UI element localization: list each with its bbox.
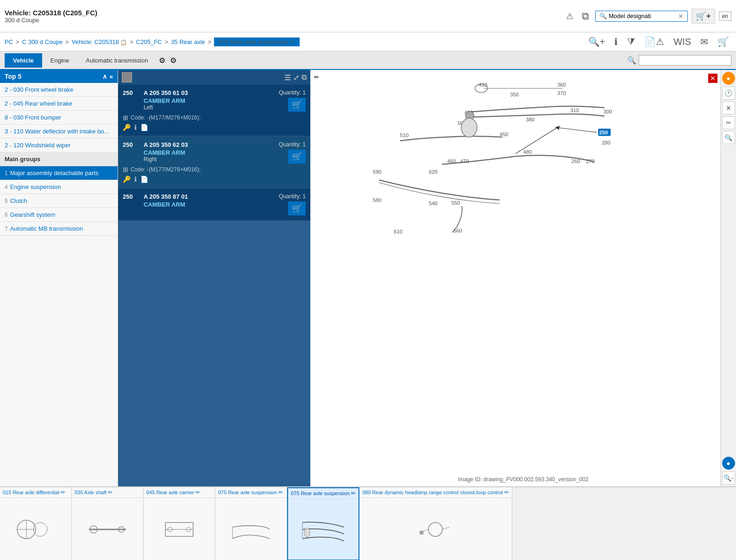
color-swatch xyxy=(122,72,132,82)
thumb-080[interactable]: 080 Rear dynamic headlamp range control … xyxy=(359,487,512,560)
blue-circle-btn[interactable]: ● xyxy=(722,457,735,470)
sidebar-group-4[interactable]: 4 Engine suspension xyxy=(0,180,118,194)
copy-icon[interactable]: ⧉ xyxy=(579,9,591,23)
orange-dot-btn[interactable]: ● xyxy=(722,72,735,85)
diagram-svg: 410 360 370 350 400 300 310 380 250 500 … xyxy=(310,70,720,269)
breadcrumb-model[interactable]: C 300 d Coupe xyxy=(22,38,63,45)
sidebar-item-2030[interactable]: 2 - 030 Front wheel brake xyxy=(0,83,118,97)
edit-icon[interactable]: ✏ xyxy=(108,489,113,496)
sidebar-item-2120[interactable]: 2 - 120 Windshield wiper xyxy=(0,138,118,152)
settings-icon[interactable]: ⚙ xyxy=(159,56,165,65)
info-circle-icon[interactable]: ℹ xyxy=(134,124,137,131)
sidebar-group-1[interactable]: 1 Major assembly detachable parts xyxy=(0,166,118,180)
sidebar-group-5[interactable]: 5 Clutch xyxy=(0,194,118,208)
breadcrumb-current-label: 075 Rear axle suspension xyxy=(219,38,288,45)
diagram-right-toolbar: ● 🕐 ✕ ✂ 🔍 ● 🔍- xyxy=(720,70,736,486)
sidebar-item-2045[interactable]: 2 - 045 Rear wheel brake xyxy=(0,97,118,111)
sidebar-item-3110[interactable]: 3 - 110 Water deflector with intake bo..… xyxy=(0,125,118,138)
svg-text:260: 260 xyxy=(572,158,580,164)
info-icon[interactable]: ℹ xyxy=(612,35,620,48)
add-to-cart-btn[interactable]: 🛒 xyxy=(288,150,306,164)
wis-icon[interactable]: WIS xyxy=(671,36,693,48)
search-clear-icon[interactable]: ✕ xyxy=(678,13,684,20)
tab-vehicle[interactable]: Vehicle xyxy=(5,53,42,68)
svg-text:480: 480 xyxy=(523,149,532,155)
edit-icon[interactable]: ✏ xyxy=(278,489,283,496)
nav-search-input[interactable] xyxy=(639,55,731,66)
svg-text:250: 250 xyxy=(599,130,608,135)
breadcrumb-current[interactable]: 075 Rear axle suspension ▼ xyxy=(214,38,299,46)
main-groups-header: Main groups xyxy=(0,152,118,166)
scissors-icon[interactable]: ✂ xyxy=(722,116,735,129)
thumb-045[interactable]: 045 Rear axle carrier ✏ xyxy=(144,487,215,560)
thumb-075a[interactable]: 075 Rear axle suspension ✏ xyxy=(215,487,287,560)
svg-point-29 xyxy=(461,118,477,137)
warning-icon[interactable]: ⚠ xyxy=(564,10,576,22)
add-to-cart-btn[interactable]: 🛒 xyxy=(288,98,306,112)
key-icon[interactable]: 🔑 xyxy=(123,176,131,183)
mail-icon[interactable]: ✉ xyxy=(698,35,711,48)
document-warning-icon[interactable]: 📄⚠ xyxy=(642,35,667,48)
key-icon[interactable]: 🔑 xyxy=(123,124,131,131)
sidebar-group-7[interactable]: 7 Automatic MB transmission xyxy=(0,222,118,236)
dropdown-arrow-icon: ▼ xyxy=(290,39,295,44)
bottom-thumbnails: 015 Rear axle differential ✏ 030 Axle sh… xyxy=(0,486,736,560)
breadcrumb-fc[interactable]: C205_FC xyxy=(136,38,162,45)
breadcrumb: PC > C 300 d Coupe > Vehicle: C205318 📋 … xyxy=(0,32,736,51)
thumb-080-label: 080 Rear dynamic headlamp range control … xyxy=(362,490,503,495)
list-view-icon[interactable]: ☰ xyxy=(284,73,291,82)
expand-icon[interactable]: ⤢ xyxy=(293,73,299,82)
svg-text:610: 610 xyxy=(394,229,403,234)
sidebar-close-icon[interactable]: « xyxy=(109,73,113,80)
svg-text:450: 450 xyxy=(500,132,509,137)
breadcrumb-pc[interactable]: PC xyxy=(5,38,13,45)
info-circle-icon[interactable]: ℹ xyxy=(134,176,137,183)
breadcrumb-vehicle[interactable]: Vehicle: C205318 📋 xyxy=(72,38,127,45)
history-icon[interactable]: 🕐 xyxy=(722,87,735,100)
add-to-cart-btn[interactable]: 🛒 xyxy=(288,201,306,215)
popout-icon[interactable]: ⧉ xyxy=(302,73,307,82)
edit-icon[interactable]: ✏ xyxy=(195,489,200,496)
sidebar-item-label: 2 - 030 Front wheel brake xyxy=(5,86,73,93)
thumb-075b[interactable]: 075 Rear axle suspension ✏ xyxy=(287,487,359,560)
search-input[interactable] xyxy=(609,13,678,19)
thumb-015[interactable]: 015 Rear axle differential ✏ xyxy=(0,487,72,560)
zoom-in-icon[interactable]: 🔍+ xyxy=(586,35,608,48)
svg-text:460: 460 xyxy=(447,158,456,164)
cart-add-icon[interactable]: 🛒+ xyxy=(692,9,715,24)
filter-icon[interactable]: ⧩ xyxy=(625,36,637,48)
close-x-icon[interactable]: ✕ xyxy=(722,101,735,114)
diagram-edit-icon[interactable]: ✏ xyxy=(314,74,319,81)
zoom-plus-icon[interactable]: 🔍 xyxy=(722,131,735,144)
edit-icon[interactable]: ✏ xyxy=(504,489,509,496)
sidebar: Top 5 ∧ « 2 - 030 Front wheel brake 2 - … xyxy=(0,70,118,486)
tab-auto-trans[interactable]: Automatic transmission xyxy=(77,53,156,68)
part-item: 250 A 205 350 61 03 CAMBER ARM Left Quan… xyxy=(118,85,310,137)
tab-engine[interactable]: Engine xyxy=(42,53,77,68)
nav-search-icon[interactable]: 🔍 xyxy=(625,55,639,66)
breadcrumb-rear-axle[interactable]: 35 Rear axle xyxy=(171,38,205,45)
language-badge[interactable]: en xyxy=(719,12,731,21)
thumb-030[interactable]: 030 Axle shaft ✏ xyxy=(72,487,144,560)
parts-list: ☰ ⤢ ⧉ 250 A 205 350 61 03 CAMBER ARM Lef… xyxy=(118,70,310,486)
part-pos: 250 xyxy=(123,141,139,148)
sidebar-title: Top 5 xyxy=(5,73,21,80)
svg-text:300: 300 xyxy=(604,109,612,114)
zoom-minus-icon[interactable]: 🔍- xyxy=(722,472,735,484)
edit-icon[interactable]: ✏ xyxy=(61,489,65,496)
svg-text:550: 550 xyxy=(451,200,460,206)
document-icon[interactable]: 📄 xyxy=(140,124,148,131)
document-icon[interactable]: 📄 xyxy=(140,176,148,183)
part-number: A 205 350 61 03 xyxy=(144,89,255,96)
qty-label: Quantity: 1 xyxy=(279,141,306,148)
thumb-img-030 xyxy=(84,511,131,548)
svg-point-46 xyxy=(428,522,442,536)
edit-icon[interactable]: ✏ xyxy=(351,490,356,497)
svg-text:280: 280 xyxy=(602,140,610,145)
cart-icon[interactable]: 🛒 xyxy=(715,35,731,48)
close-btn[interactable]: ✕ xyxy=(708,74,717,83)
sidebar-group-6[interactable]: 6 Gearshift system xyxy=(0,208,118,222)
collapse-icon[interactable]: ∧ xyxy=(102,73,107,80)
gear-icon[interactable]: ⚙ xyxy=(170,56,176,65)
sidebar-item-8030[interactable]: 8 - 030 Front bumper xyxy=(0,111,118,125)
